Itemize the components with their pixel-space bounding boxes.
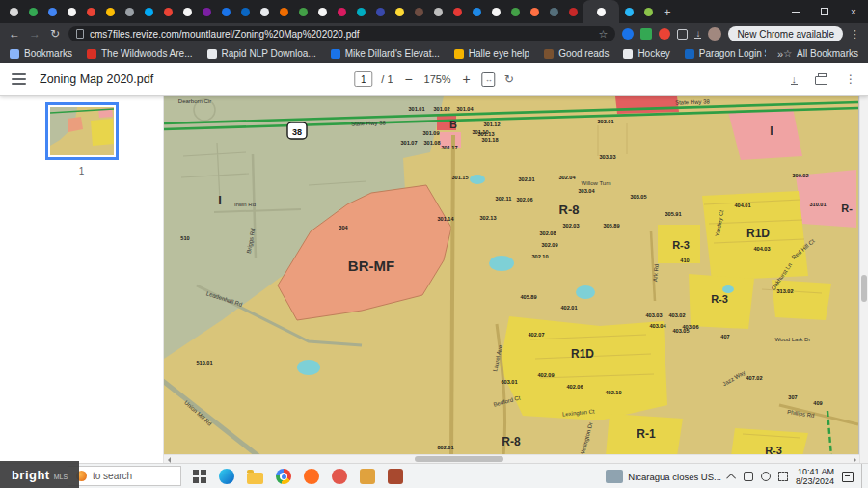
browser-tab[interactable]: [467, 0, 486, 23]
page-info-icon[interactable]: [76, 29, 84, 39]
browser-tab[interactable]: [139, 0, 158, 23]
minimize-button[interactable]: [781, 0, 810, 23]
extensions-puzzle-icon[interactable]: [677, 29, 688, 40]
downloads-icon[interactable]: ↓: [694, 29, 701, 39]
taskbar-search[interactable]: to search: [68, 466, 181, 486]
fit-page-icon[interactable]: ↔: [482, 72, 496, 87]
browser-tab[interactable]: [583, 0, 619, 23]
browser-tab[interactable]: [638, 0, 658, 23]
browser-tab[interactable]: [312, 0, 332, 23]
tray-icon-1[interactable]: [744, 472, 753, 481]
update-chrome-button[interactable]: New Chrome available: [728, 26, 843, 41]
browser-tab[interactable]: [274, 0, 293, 23]
zoom-out-icon[interactable]: −: [402, 72, 416, 86]
bookmark-item[interactable]: The Wildwoods Are...: [87, 48, 192, 59]
bookmark-item[interactable]: Rapid NLP Downloa...: [207, 48, 316, 59]
horizontal-scrollbar[interactable]: [164, 454, 859, 463]
browser-tab[interactable]: [563, 0, 583, 23]
vertical-scrollbar-thumb[interactable]: [861, 275, 867, 302]
tray-expand-chevron-icon[interactable]: [726, 473, 736, 482]
reload-icon[interactable]: ↻: [48, 28, 62, 40]
lot-number: 301.18: [481, 137, 498, 143]
browser-tab[interactable]: [505, 0, 525, 23]
task-view-icon[interactable]: [193, 470, 206, 483]
browser-tab[interactable]: [120, 0, 139, 23]
browser-tab[interactable]: [4, 0, 23, 23]
tray-icon-2[interactable]: [761, 472, 771, 481]
back-icon[interactable]: ←: [8, 28, 21, 40]
taskbar-clock[interactable]: 10:41 AM 8/23/2024: [796, 467, 834, 486]
pdf-download-icon[interactable]: ↓: [791, 74, 799, 85]
extension-icon-red[interactable]: [659, 28, 670, 40]
browser-tab[interactable]: [390, 0, 409, 23]
lot-number: 309.02: [792, 173, 808, 178]
browser-tab[interactable]: [332, 0, 351, 23]
browser-tab[interactable]: [23, 0, 42, 23]
pdf-more-icon[interactable]: ⋮: [845, 72, 856, 86]
browser-tab[interactable]: [619, 0, 638, 23]
bookmark-item[interactable]: Paragon Login SJ: [685, 48, 766, 59]
browser-tab[interactable]: [197, 0, 216, 23]
bookmark-star-icon[interactable]: ☆: [599, 29, 609, 40]
bookmark-item[interactable]: Hockey: [623, 48, 669, 59]
browser-tab[interactable]: [293, 0, 312, 23]
bookmark-item[interactable]: Mike Dillard's Elevat...: [331, 48, 440, 59]
browser-tab[interactable]: [486, 0, 505, 23]
browser-tab[interactable]: [448, 0, 467, 23]
edge-icon[interactable]: [219, 469, 234, 484]
firefox-icon[interactable]: [304, 469, 319, 484]
browser-tab[interactable]: [525, 0, 544, 23]
rotate-icon[interactable]: ↻: [504, 72, 514, 86]
page-thumbnail[interactable]: [45, 102, 119, 160]
browser-tab[interactable]: [428, 0, 448, 23]
close-button[interactable]: ×: [839, 0, 868, 23]
browser-tab[interactable]: [42, 0, 62, 23]
app-maroon-icon[interactable]: [388, 469, 403, 484]
lot-number: 510.01: [196, 360, 212, 366]
address-bar[interactable]: cms7files.revize.com/mountlaurel/Zoning%…: [68, 26, 615, 41]
show-desktop-button[interactable]: [861, 464, 864, 488]
file-explorer-icon[interactable]: [247, 473, 263, 484]
browser-tab[interactable]: [255, 0, 274, 23]
pdf-menu-icon[interactable]: [12, 73, 26, 85]
bookmark-item[interactable]: Halle eye help: [454, 48, 529, 59]
all-bookmarks-button[interactable]: ☆ All Bookmarks: [783, 48, 858, 59]
page-number-input[interactable]: [354, 71, 372, 87]
browser-tab[interactable]: [370, 0, 390, 23]
pdf-print-icon[interactable]: [815, 76, 827, 85]
forward-icon[interactable]: →: [28, 28, 41, 40]
app-amber-icon[interactable]: [360, 469, 375, 484]
action-center-icon[interactable]: [842, 472, 854, 482]
vertical-scrollbar[interactable]: [859, 96, 868, 463]
bookmark-item[interactable]: Bookmarks: [10, 48, 72, 59]
browser-tab[interactable]: [62, 0, 81, 23]
extension-icon-blue[interactable]: [622, 28, 634, 40]
browser-tab[interactable]: [216, 0, 235, 23]
pdf-viewer[interactable]: 38 IIBBR-MFR-8R-3R1DR-3R1DR-8R-1R-3R-Dea…: [164, 96, 868, 463]
app-red-icon[interactable]: [332, 469, 347, 484]
browser-tab[interactable]: [409, 0, 428, 23]
browser-tab[interactable]: [235, 0, 255, 23]
new-tab-button[interactable]: +: [664, 5, 671, 19]
browser-tab[interactable]: [81, 0, 100, 23]
zoom-in-icon[interactable]: +: [460, 72, 474, 86]
browser-tab[interactable]: [100, 0, 120, 23]
scroll-left-arrow[interactable]: [164, 455, 174, 463]
chrome-icon[interactable]: [276, 469, 291, 484]
browser-tab[interactable]: [544, 0, 563, 23]
extension-icon-green[interactable]: [640, 28, 652, 40]
tray-icon-3[interactable]: [778, 472, 788, 481]
profile-avatar[interactable]: [708, 27, 721, 41]
maximize-button[interactable]: [810, 0, 839, 23]
scroll-right-arrow[interactable]: [850, 455, 859, 463]
tab-favicon: [415, 8, 423, 16]
lot-number: 303.05: [630, 194, 646, 200]
browser-tab[interactable]: [177, 0, 197, 23]
lot-number: 402.10: [605, 390, 621, 395]
horizontal-scrollbar-thumb[interactable]: [415, 456, 503, 462]
browser-tab[interactable]: [351, 0, 370, 23]
bookmark-item[interactable]: Good reads: [544, 48, 609, 59]
browser-menu-icon[interactable]: ⋮: [850, 29, 860, 40]
news-widget[interactable]: Nicaragua closes US...: [606, 470, 721, 483]
browser-tab[interactable]: [158, 0, 177, 23]
